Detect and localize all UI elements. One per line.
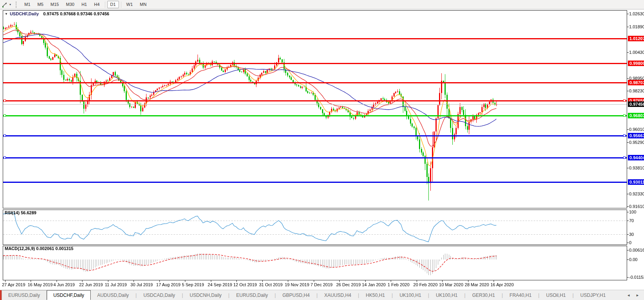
symbol-tab-eurusd-daily[interactable]: EURUSD,Daily: [2, 290, 47, 300]
date-axis-label: 27 Apr 2019: [2, 282, 25, 287]
timeframe-button-m15[interactable]: M15: [48, 1, 62, 8]
price-axis-tick: 0.93810: [629, 166, 644, 171]
date-axis-label: 17 Aug 2019: [156, 282, 181, 287]
tabs-container: EURUSD,DailyUSDCHF,DailyAUDUSD,Daily|USD…: [2, 290, 612, 300]
price-axis-tick: 1.00430: [629, 50, 644, 55]
price-line-label[interactable]: 0.94404: [628, 155, 644, 160]
date-axis-label: 20 Feb 2020: [413, 282, 438, 287]
timeframe-toolbar: ▾ M1M5M15M30H1H4D1W1MN: [0, 0, 644, 9]
date-axis-label: 16 May 2019: [27, 282, 53, 287]
timeframe-button-mn[interactable]: MN: [137, 1, 150, 8]
rsi-indicator-label: RSI(14) 56.6289: [5, 210, 37, 215]
mt4-terminal: { "toolbar": { "tool_icon": "line-draw-i…: [0, 0, 644, 300]
price-axis-tick: 0.96010: [629, 127, 644, 132]
price-axis-tick: 0.92330: [629, 191, 644, 197]
date-axis-label: 12 Oct 2019: [233, 282, 257, 287]
price-line-label[interactable]: 0.95663: [628, 133, 644, 138]
chart-symbol-label: USDCHF,Daily: [10, 11, 39, 16]
date-axis-label: 24 Sep 2019: [208, 282, 232, 287]
symbol-tab-gbpusd-h4[interactable]: GBPUSD,H4: [276, 290, 316, 300]
symbol-tab-xauusd-h4[interactable]: XAUUSD,H4: [318, 290, 358, 300]
timeframe-button-m30[interactable]: M30: [63, 1, 77, 8]
date-axis-label: 19 Nov 2019: [285, 282, 309, 287]
symbol-tab-uk100-h1[interactable]: UK100,H1: [430, 290, 464, 300]
toolbar-separator: [121, 2, 121, 8]
date-axis-label: 30 Jul 2019: [130, 282, 153, 287]
date-axis-label: 31 Oct 2019: [259, 282, 283, 287]
date-axis-label: 11 Jul 2019: [105, 282, 127, 287]
chart-window: ▼USDCHF,Daily 0.97475 0.97668 0.97346 0.…: [0, 9, 644, 289]
timeframe-button-d1[interactable]: D1: [107, 1, 119, 8]
macd-axis-label: -0.011531: [629, 275, 644, 280]
symbol-tab-ger30-h1[interactable]: GER30,H1: [466, 290, 501, 300]
current-price-label: 0.97456: [628, 101, 644, 107]
symbol-tab-uk100-h1[interactable]: UK100,H1: [393, 290, 427, 300]
price-axis-tick: 0.95290: [629, 140, 644, 145]
price-line-label[interactable]: 0.98703: [628, 80, 644, 85]
symbol-tab-fra40-h1[interactable]: FRA40,H1: [503, 290, 538, 300]
price-line-label[interactable]: 0.93011: [628, 179, 644, 185]
date-axis-label: 26 Dec 2019: [336, 282, 360, 287]
triangle-right-icon[interactable]: ►: [636, 293, 639, 297]
price-axis-tick: 1.02630: [629, 11, 644, 17]
date-axis-label: 7 Dec 2019: [311, 282, 333, 287]
ohlc-low: 0.97346: [77, 11, 93, 16]
date-axis-label: 16 Apr 2020: [490, 282, 514, 287]
rsi-level-label: 0: [629, 240, 644, 245]
triangle-left-icon[interactable]: ◄: [627, 293, 630, 297]
price-line-label[interactable]: 0.96803: [628, 113, 644, 118]
toolbar-drag-handle[interactable]: [16, 2, 18, 8]
timeframe-button-h1[interactable]: H1: [78, 1, 90, 8]
rsi-level-label: 30: [629, 232, 644, 237]
timeframe-button-m1[interactable]: M1: [21, 1, 33, 8]
price-line-label[interactable]: 0.99800: [628, 61, 644, 66]
date-axis-label: 22 Jun 2019: [79, 282, 103, 287]
symbol-tab-usdcnh-daily[interactable]: USDCNH,Daily: [183, 290, 228, 300]
ohlc-close: 0.97456: [93, 11, 109, 16]
price-axis-tick: 1.01890: [629, 24, 644, 29]
symbol-tab-eurusd-daily[interactable]: EURUSD,Daily: [230, 290, 274, 300]
triangle-down-icon[interactable]: ▼: [5, 12, 8, 16]
symbol-tab-bar: EURUSD,DailyUSDCHF,DailyAUDUSD,Daily|USD…: [0, 290, 644, 300]
date-axis-label: 1 Feb 2020: [388, 282, 410, 287]
tab-scroll-controls: ◄ ►: [622, 290, 644, 300]
chart-canvas[interactable]: [0, 9, 644, 289]
date-axis-label: 10 Mar 2020: [439, 282, 463, 287]
date-axis-label: 28 Mar 2020: [465, 282, 489, 287]
toolbar-separator: [105, 2, 105, 8]
price-line-label[interactable]: 1.01207: [628, 36, 644, 41]
macd-axis-label: 0.006167: [629, 248, 644, 253]
rsi-level-label: 70: [629, 218, 644, 223]
symbol-tab-usdchf-daily[interactable]: USDCHF,Daily: [47, 290, 91, 300]
ohlc-high: 0.97668: [60, 11, 76, 16]
chart-title: ▼USDCHF,Daily 0.97475 0.97668 0.97346 0.…: [5, 11, 109, 16]
macd-indicator-label: MACD(12,26,9) 0.002061 0.001315: [5, 246, 73, 251]
macd-axis-label: 0.00: [629, 257, 644, 262]
timeframe-button-m5[interactable]: M5: [34, 1, 46, 8]
symbol-tab-usdcad-daily[interactable]: USDCAD,Daily: [137, 290, 181, 300]
ohlc-open: 0.97475: [43, 11, 59, 16]
line-draw-icon[interactable]: [2, 2, 9, 8]
date-axis-label: 5 Sep 2019: [182, 282, 204, 287]
symbol-tab-hk50-h1[interactable]: HK50,H1: [360, 290, 392, 300]
rsi-level-label: 100: [629, 210, 644, 215]
price-axis-tick: 0.91610: [629, 204, 644, 209]
price-axis-tick: 0.98230: [629, 88, 644, 94]
symbol-tab-audusd-daily[interactable]: AUDUSD,Daily: [91, 290, 135, 300]
symbol-tab-usoil-h1[interactable]: USOil,H1: [540, 290, 572, 300]
date-axis-label: 4 Jun 2019: [53, 282, 75, 287]
chevron-down-icon[interactable]: ▾: [9, 3, 11, 6]
timeframe-button-h4[interactable]: H4: [91, 1, 102, 8]
timeframe-buttons: M1M5M15M30H1H4D1W1MN: [21, 1, 150, 8]
timeframe-button-w1[interactable]: W1: [123, 1, 136, 8]
symbol-tab-usdjpy-h1[interactable]: USDJPY,H1: [574, 290, 612, 300]
date-axis-label: 14 Jan 2020: [362, 282, 386, 287]
